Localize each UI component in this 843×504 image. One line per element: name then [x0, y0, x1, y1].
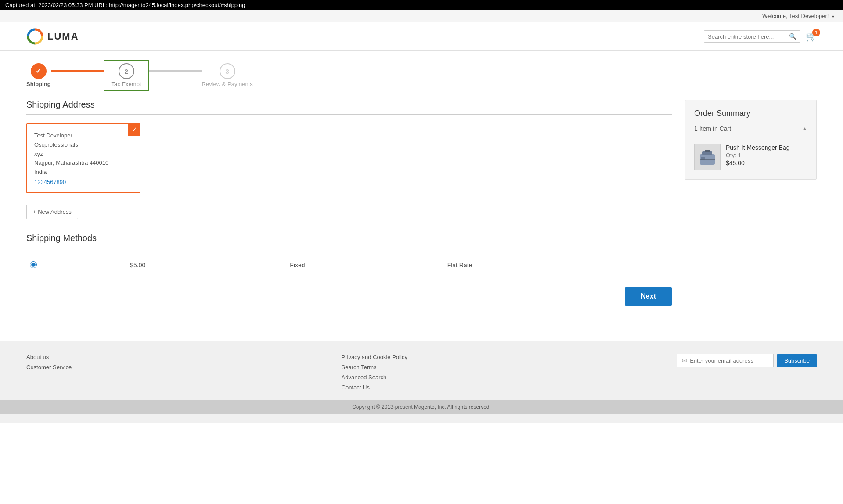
cart-button[interactable]: 🛒 1 — [806, 31, 817, 42]
welcome-bar: Welcome, Test Developer! ▾ — [0, 10, 843, 22]
shipping-methods-title: Shipping Methods — [26, 233, 672, 248]
address-company: Oscprofessionals — [34, 140, 133, 150]
footer-col-1: About us Customer Service — [26, 354, 72, 371]
next-button[interactable]: Next — [625, 287, 672, 306]
footer-col-2: Privacy and Cookie Policy Search Terms A… — [342, 354, 407, 391]
address-city-state: Nagpur, Maharashtra 440010 — [34, 158, 133, 168]
capture-bar: Captured at: 2023/02/23 05:33 PM URL: ht… — [0, 0, 843, 10]
bag-image-icon — [696, 146, 718, 168]
step-line-2 — [149, 70, 202, 72]
step-line-1 — [51, 70, 104, 72]
logo-text: LUMA — [47, 31, 79, 42]
order-summary-count-row[interactable]: 1 Item in Cart ▲ — [694, 125, 807, 137]
newsletter-input-wrapper: ✉ — [677, 354, 774, 367]
logo-icon — [26, 28, 44, 45]
footer-link-contact[interactable]: Contact Us — [342, 384, 407, 391]
chevron-down-icon: ▾ — [832, 14, 834, 19]
address-selected-check: ✓ — [128, 123, 140, 136]
shipping-address-title: Shipping Address — [26, 100, 672, 115]
footer: About us Customer Service Privacy and Co… — [0, 341, 843, 423]
shipping-method-row: $5.00 Fixed Flat Rate — [26, 257, 672, 274]
step-3-label: Review & Payments — [202, 81, 253, 87]
step-1-label: Shipping — [26, 81, 51, 87]
shipping-method-carrier: Flat Rate — [444, 257, 672, 274]
step-2-label: Tax Exempt — [112, 81, 141, 87]
order-summary: Order Summary 1 Item in Cart ▲ Push It M… — [685, 100, 817, 180]
logo-area: LUMA — [26, 28, 79, 45]
shipping-methods-section: Shipping Methods $5.00 Fixed Flat Rate — [26, 233, 672, 274]
new-address-button[interactable]: + New Address — [26, 205, 78, 219]
header-right: 🔍 🛒 1 — [704, 30, 817, 43]
checkout-form: Shipping Address ✓ Test Developer Oscpro… — [26, 100, 672, 306]
step-1-circle: ✓ — [31, 63, 47, 79]
step-3-circle: 3 — [220, 63, 235, 79]
step-2-circle: 2 — [119, 63, 134, 79]
svg-rect-3 — [705, 150, 710, 152]
svg-rect-4 — [701, 157, 705, 160]
footer-link-customer-service[interactable]: Customer Service — [26, 364, 72, 371]
search-input[interactable] — [708, 33, 789, 40]
address-country: India — [34, 168, 133, 177]
footer-link-privacy[interactable]: Privacy and Cookie Policy — [342, 354, 407, 360]
address-card[interactable]: ✓ Test Developer Oscprofessionals xyz Na… — [26, 123, 140, 193]
cart-badge: 1 — [812, 29, 820, 36]
cart-item-info: Push It Messenger Bag Qty: 1 $45.00 — [726, 144, 790, 166]
item-price: $45.00 — [726, 159, 790, 166]
step-tax-exempt: 2 Tax Exempt — [104, 60, 149, 91]
header: LUMA 🔍 🛒 1 — [0, 22, 843, 51]
order-summary-title: Order Summary — [694, 109, 807, 118]
address-street: xyz — [34, 150, 133, 159]
footer-link-search-terms[interactable]: Search Terms — [342, 364, 407, 371]
address-phone: 1234567890 — [34, 179, 133, 185]
footer-copyright: Copyright © 2013-present Magento, Inc. A… — [0, 400, 843, 414]
step-review: 3 Review & Payments — [202, 63, 253, 87]
search-button[interactable]: 🔍 — [789, 33, 796, 40]
footer-link-advanced-search[interactable]: Advanced Search — [342, 374, 407, 381]
cart-item: Push It Messenger Bag Qty: 1 $45.00 — [694, 144, 807, 170]
newsletter-email-input[interactable] — [690, 357, 769, 364]
checkout-steps: ✓ Shipping 2 Tax Exempt 3 Review & Payme… — [0, 51, 843, 100]
shipping-method-price: $5.00 — [126, 257, 286, 274]
address-name: Test Developer — [34, 131, 133, 140]
item-name: Push It Messenger Bag — [726, 144, 790, 151]
mail-icon: ✉ — [682, 357, 687, 364]
shipping-method-radio[interactable] — [30, 261, 37, 268]
shipping-address-section: Shipping Address ✓ Test Developer Oscpro… — [26, 100, 672, 219]
item-qty: Qty: 1 — [726, 152, 790, 158]
footer-link-about[interactable]: About us — [26, 354, 72, 360]
chevron-up-icon: ▲ — [802, 126, 807, 132]
shipping-methods-table: $5.00 Fixed Flat Rate — [26, 257, 672, 274]
search-box: 🔍 — [704, 30, 800, 43]
footer-inner: About us Customer Service Privacy and Co… — [26, 354, 817, 391]
next-button-row: Next — [26, 287, 672, 306]
item-count-label: 1 Item in Cart — [694, 125, 731, 132]
cart-item-image — [694, 144, 721, 170]
shipping-method-type: Fixed — [286, 257, 443, 274]
subscribe-button[interactable]: Subscribe — [777, 354, 817, 367]
welcome-text: Welcome, Test Developer! — [762, 13, 829, 19]
footer-newsletter: ✉ Subscribe — [677, 354, 817, 367]
step-shipping: ✓ Shipping — [26, 63, 51, 87]
main-content: Shipping Address ✓ Test Developer Oscpro… — [0, 100, 843, 323]
